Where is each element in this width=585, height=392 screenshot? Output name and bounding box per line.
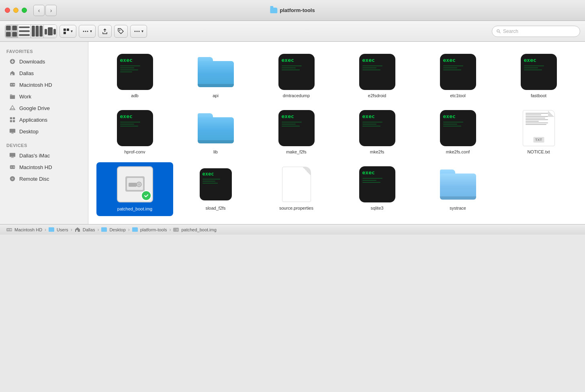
file-item-fastboot[interactable]: exec fastboot: [500, 50, 577, 102]
file-item-mke2fs-conf[interactable]: exec mke2fs.conf: [419, 106, 496, 158]
svg-point-39: [13, 167, 14, 168]
sidebar-item-work[interactable]: Work: [2, 91, 86, 102]
close-button[interactable]: [5, 8, 10, 13]
macintosh-hd-label: Macintosh HD: [19, 82, 52, 88]
sidebar-item-dallas-imac[interactable]: Dallas's iMac: [2, 150, 86, 161]
sidebar-item-remote-disc[interactable]: Remote Disc: [2, 173, 86, 184]
exec-icon-dmtracedump: exec: [278, 54, 315, 90]
imac-icon: [9, 152, 16, 159]
search-placeholder: Search: [503, 29, 518, 34]
coverflow-view-button[interactable]: [44, 25, 57, 38]
back-button[interactable]: ‹: [33, 5, 45, 16]
macintosh-hd-dev-label: Macintosh HD: [19, 164, 52, 170]
file-item-systrace[interactable]: systrace: [419, 162, 496, 216]
filename-mke2fs-conf: mke2fs.conf: [446, 149, 470, 154]
sidebar-item-macintosh-hd-dev[interactable]: Macintosh HD: [2, 161, 86, 173]
exec-icon-mke2fs: exec: [359, 110, 395, 146]
search-input[interactable]: Search: [492, 26, 580, 37]
file-item-lib[interactable]: lib: [177, 106, 254, 158]
file-item-source-properties[interactable]: source.properties: [258, 162, 335, 216]
file-item-hprof-conv[interactable]: exec hprof-conv: [96, 106, 173, 158]
title-bar: ‹ › platform-tools: [0, 0, 585, 21]
breadcrumb-label-5: patched_boot.img: [181, 227, 216, 232]
svg-rect-52: [76, 230, 78, 232]
svg-rect-2: [6, 32, 11, 37]
svg-rect-5: [19, 31, 30, 32]
file-item-patched-boot[interactable]: patched_boot.img: [96, 162, 173, 216]
sidebar-item-macintosh-hd[interactable]: Macintosh HD: [2, 79, 86, 90]
svg-rect-33: [13, 117, 15, 119]
column-view-button[interactable]: [31, 25, 44, 38]
home-icon: [9, 69, 16, 77]
devices-label: Devices: [0, 141, 88, 149]
exec-icon-adb: exec: [117, 54, 153, 90]
googledrive-icon: [9, 104, 16, 112]
breadcrumb-dallas[interactable]: Dallas: [75, 227, 95, 232]
window-title: platform-tools: [280, 7, 315, 13]
window: ‹ › platform-tools ▾: [0, 0, 585, 235]
share-button[interactable]: [98, 25, 112, 38]
svg-point-51: [10, 229, 12, 230]
forward-button[interactable]: ›: [45, 5, 57, 16]
tag-button[interactable]: [114, 25, 128, 38]
file-item-e2fsdroid[interactable]: exec e2fsdroid: [339, 50, 415, 102]
file-item-mke2fs[interactable]: exec mke2fs: [339, 106, 415, 158]
file-item-api[interactable]: api: [177, 50, 254, 102]
svg-rect-4: [19, 27, 30, 28]
icon-view-button[interactable]: [5, 25, 18, 38]
svg-rect-15: [63, 32, 66, 34]
filename-etc1tool: etc1tool: [450, 93, 466, 98]
breadcrumb-patched-boot[interactable]: patched_boot.img: [173, 227, 216, 232]
list-view-button[interactable]: [18, 25, 31, 38]
breadcrumb-users[interactable]: Users: [49, 227, 68, 232]
svg-point-55: [177, 229, 178, 230]
filename-dmtracedump: dmtracedump: [283, 93, 310, 98]
svg-rect-8: [36, 26, 39, 37]
breadcrumb-desktop[interactable]: Desktop: [101, 227, 125, 232]
filename-systrace: systrace: [450, 206, 466, 210]
dallas-home-breadcrumb-icon: [75, 227, 80, 232]
applications-label: Applications: [19, 117, 47, 123]
file-item-dmtracedump[interactable]: exec dmtracedump: [258, 50, 335, 102]
action-button[interactable]: ▾: [79, 25, 96, 38]
sidebar-item-downloads[interactable]: Downloads: [2, 56, 86, 67]
file-item-etc1tool[interactable]: exec etc1tool: [419, 50, 496, 102]
svg-rect-14: [67, 29, 69, 31]
breadcrumb-macintosh-hd[interactable]: Macintosh HD: [6, 227, 42, 232]
sidebar-item-desktop[interactable]: Desktop: [2, 126, 86, 137]
svg-rect-37: [10, 153, 15, 157]
more-button[interactable]: ▾: [130, 25, 147, 38]
breadcrumb-sep-1: ›: [71, 227, 72, 233]
exec-icon-etc1tool: exec: [440, 54, 476, 90]
file-item-sqlite3[interactable]: exec sqlite3: [339, 162, 415, 216]
patched-boot-breadcrumb-icon: [173, 227, 179, 232]
svg-rect-12: [53, 29, 56, 35]
svg-point-21: [137, 31, 138, 32]
breadcrumb-label-2: Dallas: [83, 227, 95, 232]
breadcrumb-platform-tools[interactable]: platform-tools: [132, 227, 167, 232]
macintosh-hd-breadcrumb-icon: [6, 227, 12, 232]
users-folder-breadcrumb-icon: [49, 227, 54, 232]
file-item-notice[interactable]: TXT NOTICE.txt: [500, 106, 577, 158]
arrange-button[interactable]: ▾: [59, 25, 76, 38]
svg-point-43: [12, 178, 13, 179]
file-item-make-f2fs[interactable]: exec make_f2fs: [258, 106, 335, 158]
sidebar-item-google-drive[interactable]: Google Drive: [2, 102, 86, 114]
sidebar: Favorites Downloads Dallas: [0, 42, 88, 224]
maximize-button[interactable]: [22, 8, 27, 13]
platform-tools-breadcrumb-icon: [132, 227, 138, 232]
sidebar-item-dallas[interactable]: Dallas: [2, 67, 86, 79]
toolbar: ▾ ▾ ▾ Search: [0, 21, 585, 42]
nav-buttons: ‹ ›: [33, 5, 57, 16]
minimize-button[interactable]: [13, 8, 18, 13]
dallas-label: Dallas: [19, 70, 34, 76]
sidebar-item-applications[interactable]: Applications: [2, 114, 86, 125]
svg-point-19: [119, 29, 121, 31]
file-grid-container: exec adb: [88, 42, 585, 224]
folder-icon-systrace: [440, 166, 476, 202]
downloads-label: Downloads: [19, 59, 45, 65]
status-bar: Macintosh HD › Users › Dallas › Desktop …: [0, 224, 585, 235]
file-item-sload-f2fs[interactable]: exec sload_f2fs: [177, 162, 254, 216]
filename-notice: NOTICE.txt: [527, 149, 550, 154]
file-item-adb[interactable]: exec adb: [96, 50, 173, 102]
